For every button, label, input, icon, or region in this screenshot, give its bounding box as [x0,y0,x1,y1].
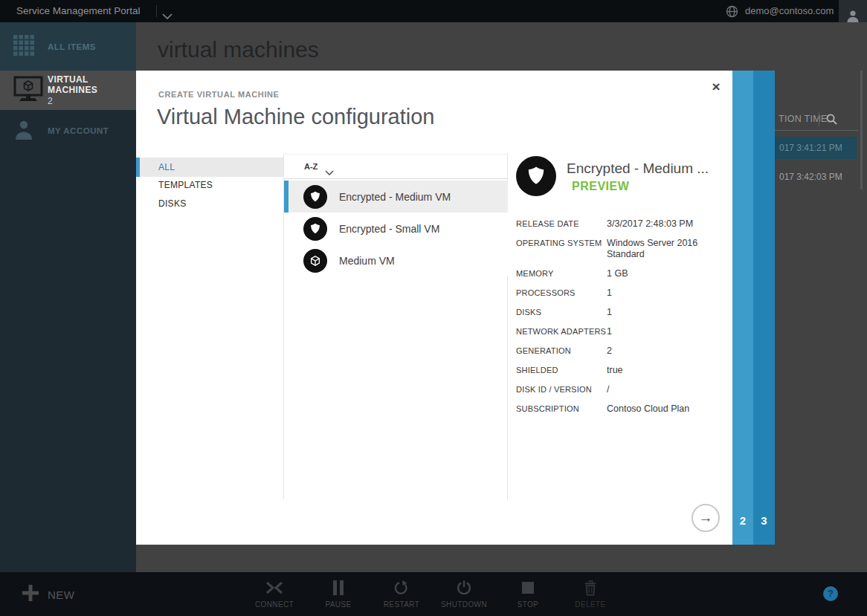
shield-icon [516,156,556,196]
detail-label: SHIELDED [516,365,607,376]
shield-icon [303,185,327,209]
detail-value: 1 [607,288,718,299]
dialog-nav-templates[interactable]: TEMPLATES [158,180,213,190]
detail-label: RELEASE DATE [516,218,607,230]
pause-icon [312,578,364,597]
sidebar-item-virtual-machines[interactable]: VIRTUAL MACHINES 2 [0,71,136,110]
detail-row: MEMORY 1 GB [516,268,732,279]
dialog-nav-label: ALL [158,162,175,172]
list-item-encrypted-medium-vm[interactable]: Encrypted - Medium VM [284,181,508,213]
chevron-down-icon[interactable] [325,165,334,178]
detail-label: PROCESSORS [516,288,607,299]
sidebar-item-all-items[interactable]: ALL ITEMS [0,22,136,71]
list-item-label: Encrypted - Medium VM [339,191,451,203]
creation-time-column-header[interactable]: TION TIME [779,114,828,124]
restart-button[interactable]: RESTART [376,578,428,609]
close-icon[interactable]: × [707,78,725,96]
dialog-eyebrow: CREATE VIRTUAL MACHINE [158,90,280,99]
detail-row: SHIELDED true [516,365,732,376]
top-bar: Service Management Portal demo@contoso.c… [0,0,867,22]
delete-button[interactable]: DELETE [564,578,616,609]
action-label: STOP [502,600,554,609]
vm-details-list: RELEASE DATE 3/3/2017 2:48:03 PM OPERATI… [516,218,732,423]
action-label: DELETE [564,600,616,609]
wizard-page-number: 3 [753,514,775,527]
preview-badge: PREVIEW [572,180,629,193]
scrollbar[interactable] [860,71,863,189]
sidebar-item-label: ALL ITEMS [48,42,96,51]
sidebar: ALL ITEMS VIRTUAL MACHINES 2 MY ACCOUN [0,22,136,572]
new-button-label: NEW [48,589,75,601]
create-vm-dialog: × CREATE VIRTUAL MACHINE Virtual Machine… [136,71,732,545]
wizard-page-number: 2 [732,514,753,527]
plus-icon [22,585,39,604]
topbar-divider [156,5,157,17]
person-icon [13,119,34,143]
connect-icon [248,578,300,597]
detail-value: Windows Server 2016 Standard [607,238,718,260]
list-item-label: Encrypted - Small VM [339,223,439,235]
connect-button[interactable]: CONNECT [248,578,300,609]
detail-value: 3/3/2017 2:48:03 PM [607,218,718,230]
detail-row: DISKS 1 [516,307,732,318]
chevron-down-icon[interactable] [162,9,173,22]
list-item-medium-vm[interactable]: Medium VM [284,244,508,276]
portal-title: Service Management Portal [16,0,141,22]
shutdown-button[interactable]: SHUTDOWN [438,578,490,609]
search-icon[interactable] [825,113,838,129]
page-title: virtual machines [158,37,319,62]
detail-label: DISKS [516,307,607,318]
detail-label: SUBSCRIPTION [516,403,607,415]
new-button[interactable]: NEW [22,585,75,604]
table-header-underline [775,130,858,131]
divider [284,178,507,179]
pause-button[interactable]: PAUSE [312,578,364,609]
action-label: PAUSE [312,600,364,609]
action-label: CONNECT [248,600,300,609]
detail-value: true [607,365,718,376]
detail-row: PROCESSORS 1 [516,288,732,299]
detail-row: SUBSCRIPTION Contoso Cloud Plan [516,403,732,415]
restart-icon [376,578,428,597]
monitor-icon [13,76,43,106]
stop-button[interactable]: STOP [502,578,554,609]
avatar[interactable] [839,0,867,22]
trash-icon [564,578,616,597]
list-item-label: Medium VM [339,255,395,267]
detail-label: GENERATION [516,346,607,357]
dialog-nav-disks[interactable]: DISKS [158,198,187,209]
globe-icon[interactable] [726,5,738,21]
command-bar: NEW CONNECT PAUSE RESTART [0,572,867,616]
detail-value: 2 [607,346,718,357]
detail-row: RELEASE DATE 3/3/2017 2:48:03 PM [516,218,732,230]
wizard-page-3-strip[interactable]: 3 [753,71,775,545]
stop-icon [502,578,554,597]
table-row[interactable]: 017 3:41:21 PM [775,137,857,159]
dialog-nav-all[interactable]: ALL [136,158,283,177]
detail-label: NETWORK ADAPTERS [516,326,607,337]
selected-vm-title: Encrypted - Medium ... [567,161,709,177]
divider [283,154,508,155]
shield-icon [303,217,327,241]
power-icon [438,578,490,597]
sidebar-item-my-account[interactable]: MY ACCOUNT [0,110,136,152]
detail-row: OPERATING SYSTEM Windows Server 2016 Sta… [516,238,732,260]
wizard-page-2-strip[interactable]: 2 [732,71,753,545]
user-email[interactable]: demo@contoso.com [745,0,834,22]
dialog-title: Virtual Machine configuration [157,105,434,129]
detail-label: MEMORY [516,268,607,279]
column-divider [819,111,819,126]
vm-count: 2 [48,96,136,106]
table-row[interactable]: 017 3:42:03 PM [779,172,842,182]
next-arrow-button[interactable]: → [692,504,720,532]
cube-icon [303,249,327,273]
detail-label: OPERATING SYSTEM [516,238,607,260]
detail-row: GENERATION 2 [516,346,732,357]
list-item-encrypted-small-vm[interactable]: Encrypted - Small VM [284,213,508,244]
help-button[interactable]: ? [823,586,838,601]
sort-dropdown[interactable]: A-Z [304,162,318,171]
grid-icon [13,35,34,59]
detail-row: DISK ID / VERSION / [516,384,732,395]
detail-value: / [607,384,718,395]
detail-value: 1 GB [607,268,718,279]
